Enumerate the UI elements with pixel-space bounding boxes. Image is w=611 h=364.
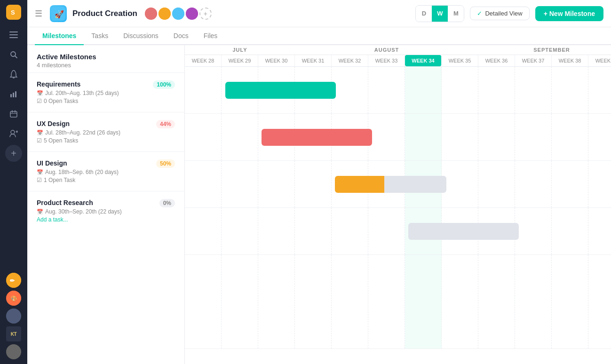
- milestones-count: 4 milestones: [37, 62, 175, 69]
- gantt-weeks-august: WEEK 31 WEEK 32 WEEK 33 WEEK 34 WEEK 35: [295, 55, 478, 66]
- view-month-button[interactable]: M: [448, 6, 464, 22]
- gantt-header: JULY WEEK 28 WEEK 29 WEEK 30 AUGUST WEEK…: [185, 45, 611, 67]
- team-avatar-3[interactable]: [172, 8, 184, 20]
- task-icon-ui: ☑: [37, 177, 42, 183]
- svg-text:🚀: 🚀: [55, 10, 64, 19]
- avatar-project-1[interactable]: ✏: [6, 273, 21, 288]
- tab-tasks[interactable]: Tasks: [84, 27, 116, 45]
- gantt-cell-w39: [588, 67, 611, 113]
- view-week-button[interactable]: W: [432, 6, 448, 22]
- project-icon: 🚀: [50, 5, 67, 22]
- milestone-percent-ui: 50%: [156, 159, 175, 168]
- svg-rect-4: [9, 37, 18, 38]
- milestone-ui-design[interactable]: UI Design 📅 Aug. 18th–Sep. 6th (20 days)…: [27, 151, 184, 191]
- milestone-tasks-ui: ☑ 1 Open Task: [37, 177, 175, 183]
- add-member-icon[interactable]: [5, 125, 22, 142]
- bar-ux-design[interactable]: [262, 129, 372, 146]
- week-36[interactable]: WEEK 36: [478, 55, 515, 66]
- gantt-cell-w33: [368, 67, 405, 113]
- search-icon[interactable]: [5, 46, 22, 63]
- hamburger-menu[interactable]: ☰: [35, 8, 42, 19]
- tab-docs[interactable]: Docs: [166, 27, 196, 45]
- detailed-view-button[interactable]: ✓ Detailed View: [470, 7, 529, 20]
- milestone-name-ux: UX Design: [37, 120, 175, 127]
- week-31[interactable]: WEEK 31: [295, 55, 332, 66]
- bell-icon[interactable]: [5, 66, 22, 83]
- avatar-project-2[interactable]: 🎨: [6, 291, 21, 306]
- add-member-button[interactable]: +: [199, 8, 212, 20]
- app-logo[interactable]: S: [6, 5, 21, 20]
- gantt-weeks-july: WEEK 28 WEEK 29 WEEK 30: [185, 55, 295, 66]
- gantt-cell-w28: [185, 67, 222, 113]
- team-avatar-1[interactable]: [145, 8, 157, 20]
- report-icon[interactable]: [5, 86, 22, 103]
- left-panel: Active Milestones 4 milestones Requireme…: [27, 45, 185, 364]
- content-area: Active Milestones 4 milestones Requireme…: [27, 45, 611, 364]
- gantt-cell-w37: [515, 67, 552, 113]
- tab-files[interactable]: Files: [196, 27, 225, 45]
- week-30[interactable]: WEEK 30: [258, 55, 295, 66]
- week-35[interactable]: WEEK 35: [442, 55, 478, 66]
- add-project-button[interactable]: +: [5, 145, 22, 162]
- gantt-row-requirements: [185, 67, 611, 114]
- week-32[interactable]: WEEK 32: [332, 55, 368, 66]
- week-38[interactable]: WEEK 38: [552, 55, 588, 66]
- new-milestone-button[interactable]: + New Milestone: [535, 6, 603, 21]
- week-29[interactable]: WEEK 29: [222, 55, 258, 66]
- team-avatar-4[interactable]: [186, 8, 198, 20]
- gantt-month-september: SEPTEMBER WEEK 36 WEEK 37 WEEK 38 WEEK 3…: [478, 45, 611, 66]
- avatar-user-2[interactable]: [6, 344, 21, 359]
- milestone-requirements[interactable]: Requirements 📅 Jul. 20th–Aug. 13th (25 d…: [27, 72, 184, 112]
- tab-discussions[interactable]: Discussions: [116, 27, 166, 45]
- svg-rect-3: [9, 34, 18, 35]
- sidebar: S: [0, 0, 27, 364]
- check-icon: ✓: [477, 10, 482, 17]
- bar-ui-remaining[interactable]: [384, 176, 446, 193]
- milestone-name-ui: UI Design: [37, 159, 175, 167]
- svg-line-6: [15, 56, 17, 58]
- tab-milestones[interactable]: Milestones: [35, 27, 84, 45]
- week-34[interactable]: WEEK 34: [405, 55, 442, 66]
- gantt-chart[interactable]: JULY WEEK 28 WEEK 29 WEEK 30 AUGUST WEEK…: [185, 45, 611, 364]
- milestone-tasks-requirements: ☑ 0 Open Tasks: [37, 98, 175, 104]
- svg-rect-27: [172, 8, 184, 20]
- milestone-product-research[interactable]: Product Research 📅 Aug. 30th–Sep. 20th (…: [27, 191, 184, 230]
- milestone-ux-design[interactable]: UX Design 📅 Jul. 28th–Aug. 22nd (26 days…: [27, 112, 184, 151]
- svg-rect-10: [10, 111, 17, 117]
- bar-ui-complete[interactable]: [335, 176, 384, 193]
- bar-product-research[interactable]: [408, 223, 519, 240]
- svg-rect-26: [159, 8, 171, 20]
- milestone-date-ui: 📅 Aug. 18th–Sep. 6th (20 days): [37, 169, 175, 175]
- view-toggle: D W M: [415, 5, 464, 22]
- avatar-user-1[interactable]: [6, 309, 21, 324]
- calendar-icon[interactable]: [5, 105, 22, 122]
- calendar-small-icon-ui: 📅: [37, 169, 43, 175]
- svg-rect-25: [145, 8, 157, 20]
- view-day-button[interactable]: D: [416, 6, 432, 22]
- milestone-date-requirements: 📅 Jul. 20th–Aug. 13th (25 days): [37, 90, 175, 96]
- week-39[interactable]: WEEK 39: [588, 55, 611, 66]
- week-33[interactable]: WEEK 33: [368, 55, 405, 66]
- avatar-user-kt[interactable]: KT: [6, 326, 21, 341]
- gantt-cell-w34: [405, 67, 442, 113]
- gantt-row-ux: [185, 114, 611, 161]
- week-28[interactable]: WEEK 28: [185, 55, 222, 66]
- gantt-month-july: JULY WEEK 28 WEEK 29 WEEK 30: [185, 45, 295, 66]
- task-icon-ux: ☑: [37, 137, 42, 144]
- team-avatar-2[interactable]: [159, 8, 171, 20]
- svg-rect-22: [6, 344, 21, 359]
- calendar-small-icon-product: 📅: [37, 209, 43, 215]
- gantt-cell-w36: [478, 67, 515, 113]
- bar-requirements[interactable]: [225, 82, 336, 99]
- menu-toggle-icon[interactable]: [5, 26, 22, 43]
- svg-rect-2: [9, 32, 18, 32]
- gantt-cell-w32: [332, 67, 368, 113]
- month-label-august: AUGUST: [295, 45, 478, 55]
- month-label-september: SEPTEMBER: [478, 45, 611, 55]
- milestone-date-product: 📅 Aug. 30th–Sep. 20th (22 days): [37, 208, 175, 215]
- main-content: ☰ 🚀 Product Creation + D W M: [27, 0, 611, 364]
- milestone-percent-product: 0%: [159, 199, 175, 207]
- add-task-link[interactable]: Add a task...: [37, 216, 68, 223]
- svg-rect-8: [13, 93, 14, 97]
- week-37[interactable]: WEEK 37: [515, 55, 552, 66]
